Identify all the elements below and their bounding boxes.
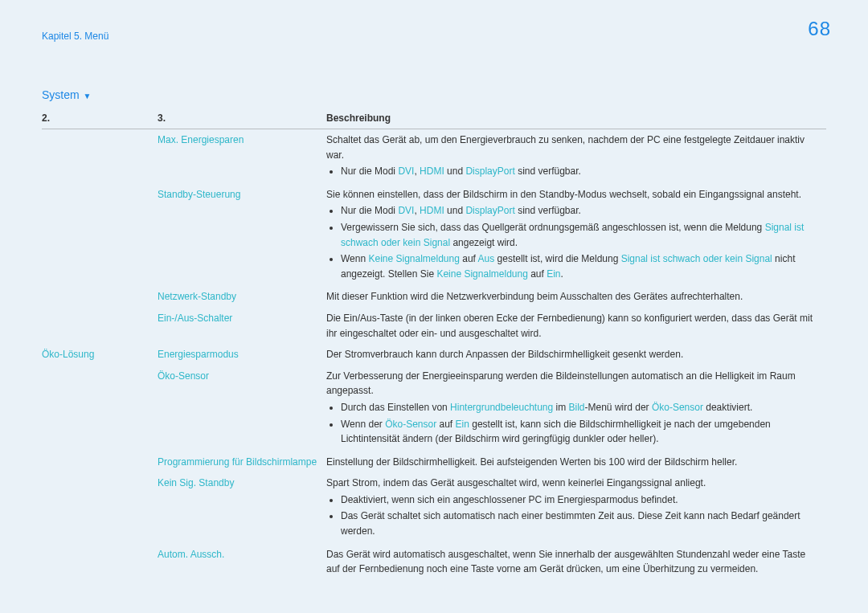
page-number: 68	[808, 18, 831, 40]
note-item: Durch das Einstellen von Hintergrundbele…	[341, 400, 820, 415]
desc-text: Die Ein/Aus-Taste (in der linken oberen …	[326, 313, 813, 339]
note-list: Nur die Modi DVI, HDMI und DisplayPort s…	[326, 164, 820, 179]
category-oeko-loesung: Öko-Lösung	[42, 344, 158, 366]
item-prog-bildschirmlampe: Programmierung für Bildschirmlampe	[158, 452, 326, 473]
note-list: Durch das Einstellen von Hintergrundbele…	[326, 400, 820, 447]
settings-table: 2. 3. Beschreibung Max. Energiesparen Sc…	[42, 109, 826, 580]
item-max-energiesparen: Max. Energiesparen	[158, 129, 326, 184]
note-item: Nur die Modi DVI, HDMI und DisplayPort s…	[341, 203, 820, 219]
section-title: System ▼	[42, 88, 826, 101]
table-row: Kein Sig. Standby Spart Strom, indem das…	[42, 472, 826, 543]
table-row: Standby-Steuerung Sie können einstellen,…	[42, 184, 826, 287]
note-item: Vergewissern Sie sich, dass das Quellger…	[341, 220, 820, 250]
item-oeko-sensor: Öko-Sensor	[158, 366, 326, 452]
desc-text: Spart Strom, indem das Gerät ausgeschalt…	[326, 477, 706, 488]
header-col-2: 2.	[42, 109, 158, 129]
desc-text: Der Stromverbrauch kann durch Anpassen d…	[326, 349, 683, 360]
item-autom-aussch: Autom. Aussch.	[158, 544, 326, 580]
table-row: Programmierung für Bildschirmlampe Einst…	[42, 452, 826, 473]
note-item: Wenn der Öko-Sensor auf Ein gestellt ist…	[341, 417, 820, 447]
note-item: Nur die Modi DVI, HDMI und DisplayPort s…	[341, 164, 820, 179]
breadcrumb: Kapitel 5. Menü	[42, 31, 826, 42]
note-item: Deaktiviert, wenn sich ein angeschlossen…	[341, 492, 820, 508]
section-title-text: System	[42, 88, 80, 101]
table-header-row: 2. 3. Beschreibung	[42, 109, 826, 129]
desc-text: Schaltet das Gerät ab, um den Energiever…	[326, 134, 805, 161]
item-energiesparmodus: Energiesparmodus	[158, 344, 326, 366]
header-col-3: 3.	[158, 109, 326, 129]
table-row: Öko-Lösung Energiesparmodus Der Stromver…	[42, 344, 826, 366]
table-row: Ein-/Aus-Schalter Die Ein/Aus-Taste (in …	[42, 308, 826, 344]
item-kein-sig-standby: Kein Sig. Standby	[158, 472, 326, 543]
item-netzwerk-standby: Netzwerk-Standby	[158, 286, 326, 308]
item-standby-steuerung: Standby-Steuerung	[158, 184, 326, 287]
desc-text: Sie können einstellen, dass der Bildschi…	[326, 189, 801, 200]
document-page: Kapitel 5. Menü 68 System ▼ 2. 3. Beschr…	[0, 0, 868, 613]
item-ein-aus-schalter: Ein-/Aus-Schalter	[158, 308, 326, 344]
note-list: Nur die Modi DVI, HDMI und DisplayPort s…	[326, 203, 820, 281]
desc-text: Einstellung der Bildschirmhelligkeit. Be…	[326, 456, 737, 468]
table-row: Max. Energiesparen Schaltet das Gerät ab…	[42, 129, 826, 184]
desc-text: Das Gerät wird automatisch ausgeschaltet…	[326, 549, 805, 575]
table-row: Öko-Sensor Zur Verbesserung der Energiee…	[42, 366, 826, 452]
header-description: Beschreibung	[326, 109, 826, 129]
note-item: Das Gerät schaltet sich automatisch nach…	[341, 509, 820, 538]
chevron-down-icon: ▼	[81, 92, 92, 100]
table-row: Autom. Aussch. Das Gerät wird automatisc…	[42, 544, 826, 580]
note-list: Deaktiviert, wenn sich ein angeschlossen…	[326, 492, 820, 539]
desc-text: Zur Verbesserung der Energieeinsparung w…	[326, 370, 796, 397]
desc-text: Mit dieser Funktion wird die Netzwerkver…	[326, 291, 743, 302]
table-row: Netzwerk-Standby Mit dieser Funktion wir…	[42, 286, 826, 308]
note-item: Wenn Keine Signalmeldung auf Aus gestell…	[341, 251, 820, 281]
